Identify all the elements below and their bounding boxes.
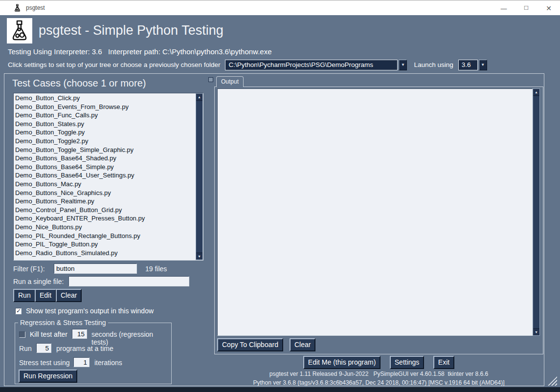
output-clear-button[interactable]: Clear xyxy=(290,338,315,351)
files-count-label: 19 files xyxy=(145,265,167,273)
version-info-line1: psgtest ver 1.11 Released 9-Jun-2022 PyS… xyxy=(214,370,543,377)
regression-frame-title: Regression & Stress Testing xyxy=(18,319,108,327)
list-item[interactable]: Demo_Buttons_Nice_Graphics.py xyxy=(14,189,196,197)
filter-label: Filter (F1): xyxy=(13,265,45,273)
run-button[interactable]: Run xyxy=(13,289,36,302)
tab-output[interactable]: Output xyxy=(216,76,244,87)
version-info-line2: Python ver 3.6.8 (tags/v3.6.8:3c6b436a57… xyxy=(214,379,543,386)
list-item[interactable]: Demo_Button_Func_Calls.py xyxy=(14,111,196,120)
run-regression-button[interactable]: Run Regression xyxy=(19,370,77,383)
iterations-suffix-label: iterations xyxy=(94,359,122,367)
launch-version-combo[interactable]: 3.6 ▼ xyxy=(458,60,487,70)
list-item[interactable]: Demo_Buttons_Base64_Simple.py xyxy=(14,163,196,172)
scrollbar-thumb[interactable] xyxy=(533,96,539,328)
kill-test-row: Kill test after xyxy=(19,330,67,338)
titlebar: psgtest — ☐ ✕ xyxy=(0,0,560,15)
resize-grip[interactable] xyxy=(548,376,557,386)
scroll-down-icon[interactable]: ▼ xyxy=(533,328,539,335)
test-cases-title: Test Cases (choose 1 or more) xyxy=(12,78,146,89)
settings-hint-label: Click settings to set top of your tree o… xyxy=(8,61,220,68)
list-item[interactable]: Demo_Button_Toggle_Simple_Graphic.py xyxy=(14,146,196,154)
bottom-button-row: Edit Me (this program) Settings Exit xyxy=(214,356,543,369)
single-file-label: Run a single file: xyxy=(13,278,64,285)
chevron-down-icon[interactable]: ▼ xyxy=(479,60,487,70)
show-output-checkbox[interactable] xyxy=(15,308,22,314)
output-console[interactable] xyxy=(217,88,533,336)
list-item[interactable]: Demo_Buttons_Realtime.py xyxy=(14,197,196,206)
list-item[interactable]: Demo_Button_Toggle2.py xyxy=(14,137,196,146)
list-item[interactable]: Demo_Control_Panel_Button_Grid.py xyxy=(14,206,196,215)
edit-me-button[interactable]: Edit Me (this program) xyxy=(303,356,381,369)
iterations-input[interactable] xyxy=(73,357,90,367)
list-item[interactable]: Demo_Buttons_Base64_Shaded.py xyxy=(14,154,196,163)
filter-input[interactable] xyxy=(54,263,137,274)
minimize-button[interactable]: — xyxy=(493,0,515,16)
main-panel: Test Cases (choose 1 or more) Demo_Butto… xyxy=(4,73,544,386)
maximize-button[interactable]: ☐ xyxy=(515,0,538,16)
stress-label: Stress test using xyxy=(19,359,70,367)
folder-combo-value[interactable]: C:\Python\PycharmProjects\PSG\DemoProgra… xyxy=(225,60,398,70)
list-item[interactable]: Demo_Button_States.py xyxy=(14,120,196,129)
test-cases-list: Demo_Button_Click.pyDemo_Button_Events_F… xyxy=(14,94,196,260)
regression-frame: Regression & Stress Testing Kill test af… xyxy=(15,323,172,384)
window-title: psgtest xyxy=(26,4,45,11)
flask-icon xyxy=(8,20,31,42)
list-item[interactable]: Demo_Button_Events_From_Browse.py xyxy=(14,103,196,111)
list-item[interactable]: Demo_Radio_Buttons_Simulated.py xyxy=(14,249,196,258)
test-cases-listbox[interactable]: Demo_Button_Click.pyDemo_Button_Events_F… xyxy=(13,93,203,261)
page-title: psgtest - Simple Python Testing xyxy=(39,23,224,38)
kill-seconds-input[interactable] xyxy=(72,329,87,339)
launch-version-value[interactable]: 3.6 xyxy=(458,60,478,70)
list-item[interactable]: Demo_PIL_Rounded_Rectangle_Buttons.py xyxy=(14,232,196,240)
folder-combo[interactable]: C:\Python\PycharmProjects\PSG\DemoProgra… xyxy=(225,60,407,70)
launch-using-label: Launch using xyxy=(414,61,453,68)
chevron-down-icon[interactable]: ▼ xyxy=(399,60,407,70)
list-item[interactable]: Demo_Nice_Buttons.py xyxy=(14,223,196,232)
pane-grip-handle[interactable] xyxy=(208,77,213,82)
list-item[interactable]: Demo_Buttons_Mac.py xyxy=(14,180,196,189)
edit-button[interactable]: Edit xyxy=(35,289,56,302)
list-item[interactable]: Demo_PIL_Toggle_Button.py xyxy=(14,240,196,249)
copy-to-clipboard-button[interactable]: Copy To Clipboard xyxy=(217,338,283,351)
kill-suffix-label: seconds (regression tests) xyxy=(91,330,171,346)
kill-test-label: Kill test after xyxy=(30,330,67,338)
scroll-up-icon[interactable]: ▲ xyxy=(533,89,539,96)
kill-test-checkbox[interactable] xyxy=(19,331,25,338)
close-button[interactable]: ✕ xyxy=(538,0,560,16)
scrollbar-thumb[interactable] xyxy=(196,101,202,252)
show-output-checkbox-row: Show test program's output in this windo… xyxy=(15,307,154,315)
app-logo xyxy=(7,18,32,44)
show-output-label: Show test program's output in this windo… xyxy=(26,307,154,315)
single-file-input[interactable] xyxy=(68,276,189,286)
psgtest-window: { "colors": { "background": "#61738a", "… xyxy=(0,0,560,392)
list-item[interactable]: Demo_Buttons_Base64_User_Settings.py xyxy=(14,171,196,180)
window-bottom-edge xyxy=(0,387,560,392)
scroll-up-icon[interactable]: ▲ xyxy=(196,94,202,101)
programs-count-input[interactable] xyxy=(36,343,51,353)
interpreter-info: Testing Using Interpreter: 3.6 Interpret… xyxy=(8,47,271,56)
clear-button[interactable]: Clear xyxy=(56,289,82,302)
listbox-scrollbar[interactable]: ▲ ▼ xyxy=(196,93,203,260)
output-tab-frame: ▲ ▼ Copy To Clipboard Clear xyxy=(214,87,543,354)
settings-row: Click settings to set top of your tree o… xyxy=(8,59,487,70)
output-wrap: ▲ ▼ xyxy=(217,88,540,336)
programs-suffix-label: programs at a time xyxy=(56,345,113,352)
output-scrollbar[interactable]: ▲ ▼ xyxy=(533,88,540,336)
list-item[interactable]: Demo_Button_Click.py xyxy=(14,94,196,103)
scroll-down-icon[interactable]: ▼ xyxy=(196,253,202,260)
list-item[interactable]: Demo_Button_Toggle.py xyxy=(14,128,196,137)
settings-button[interactable]: Settings xyxy=(390,356,425,369)
exit-button[interactable]: Exit xyxy=(433,356,454,369)
flask-icon xyxy=(13,4,22,12)
run-count-label: Run xyxy=(19,345,32,352)
list-item[interactable]: Demo_Keyboard_ENTER_Presses_Button.py xyxy=(14,214,196,223)
